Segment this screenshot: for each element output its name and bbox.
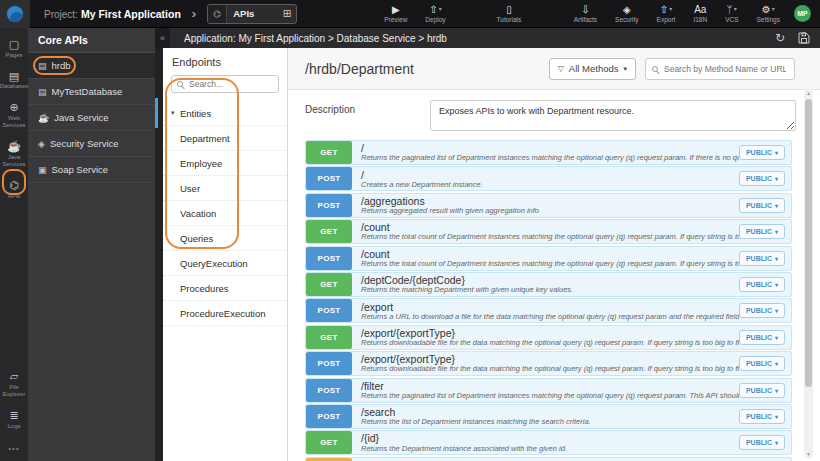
i18n-button[interactable]: Aa▾ I18N xyxy=(693,3,707,23)
api-row[interactable]: GET / Returns the paginated list of Depa… xyxy=(305,140,792,165)
public-access-dropdown[interactable]: PUBLIC ▾ xyxy=(739,277,785,292)
tab-apis[interactable]: ⌬ APIs ⊞ xyxy=(207,4,297,24)
service-icon: ▤ xyxy=(38,87,47,97)
search-icon xyxy=(177,81,183,87)
topbar-right-actions: ⇩▾ Artifacts ◈▾ Security ⇧▾ Export Aa▾ I… xyxy=(565,3,820,23)
api-row[interactable]: POST /aggregations Returns aggregated re… xyxy=(305,193,792,218)
artifacts-icon: ⇩ xyxy=(581,4,589,15)
public-access-dropdown[interactable]: PUBLIC ▾ xyxy=(739,224,785,239)
method-badge: GET xyxy=(306,326,352,349)
deploy-button[interactable]: ⇧▾ Deploy xyxy=(425,3,445,23)
scroll-up-arrow[interactable]: ▲ xyxy=(804,90,813,96)
sidebar-item-web-services[interactable]: ⊕ Web Services xyxy=(1,100,28,131)
core-api-item-label: MyTestDatabase xyxy=(52,86,123,97)
api-path: /count xyxy=(361,221,739,233)
api-row[interactable]: POST /export/{exportType} Returns downlo… xyxy=(305,351,792,376)
api-row[interactable]: POST /filter Returns the paginated list … xyxy=(305,378,792,403)
rail-top-group: ▢ Pages ▤ Databases ⊕ Web Services ☕ Jav… xyxy=(1,37,28,210)
core-api-item-java-service[interactable]: ☕ Java Service xyxy=(28,105,155,131)
tree-item-department[interactable]: Department xyxy=(163,126,287,151)
preview-button[interactable]: ▶▾ Preview xyxy=(384,3,407,23)
sidebar-item-java-services[interactable]: ☕ Java Services xyxy=(1,139,28,170)
chevron-down-icon: ▾ xyxy=(775,439,778,446)
grid-icon[interactable]: ⊞ xyxy=(283,8,296,19)
settings-button[interactable]: ⚙▾ Settings xyxy=(757,3,781,23)
public-access-dropdown[interactable]: PUBLIC ▾ xyxy=(739,198,785,213)
core-api-item-soap-service[interactable]: ▣ Soap Service xyxy=(28,157,155,183)
vcs-button[interactable]: ᛘ▾ VCS xyxy=(725,3,738,23)
api-row[interactable]: POST /search Returns the list of Departm… xyxy=(305,404,792,429)
chevron-down-icon: ▾ xyxy=(775,228,778,235)
security-button[interactable]: ◈▾ Security xyxy=(615,3,638,23)
api-description: Returns the matching Department with giv… xyxy=(361,286,739,295)
app-logo-box[interactable] xyxy=(0,0,30,28)
api-path: / xyxy=(361,142,739,154)
refresh-icon[interactable]: ↻ xyxy=(775,32,785,44)
api-detail-header: /hrdb/Department ▽ All Methods ▾ xyxy=(288,48,820,90)
vertical-scrollbar[interactable]: ▲ ▼ xyxy=(804,88,813,459)
public-access-dropdown[interactable]: PUBLIC ▾ xyxy=(739,303,785,318)
method-search-input[interactable] xyxy=(662,63,788,75)
core-api-item-security-service[interactable]: ◈ Security Service xyxy=(28,131,155,157)
collapse-panel-button[interactable]: « xyxy=(155,28,170,48)
tree-section-procedures[interactable]: Procedures xyxy=(163,276,287,301)
java-services-icon: ☕ xyxy=(7,141,21,153)
service-icon: ▤ xyxy=(38,61,47,71)
tree-item-user[interactable]: User xyxy=(163,176,287,201)
api-row[interactable]: GET /{id} Returns the Department instanc… xyxy=(305,430,792,455)
core-api-item-mytestdatabase[interactable]: ▤ MyTestDatabase xyxy=(28,79,155,105)
tree-item-queryexecution[interactable]: QueryExecution xyxy=(163,251,287,276)
public-access-dropdown[interactable]: PUBLIC ▾ xyxy=(739,383,785,398)
sidebar-item-databases[interactable]: ▤ Databases xyxy=(1,69,28,93)
api-row[interactable]: POST /export Returns a URL to download a… xyxy=(305,298,792,323)
chevron-down-icon: ▾ xyxy=(775,149,778,156)
methods-filter-dropdown[interactable]: ▽ All Methods ▾ xyxy=(549,58,636,80)
core-apis-panel: Core APIs ▤ hrdb ▤ MyTestDatabase ☕ Java… xyxy=(28,28,155,461)
api-path: /deptCode/{deptCode} xyxy=(361,274,739,286)
tree-item-employee[interactable]: Employee xyxy=(163,151,287,176)
endpoints-search-box[interactable] xyxy=(171,75,279,93)
core-api-item-hrdb[interactable]: ▤ hrdb xyxy=(28,53,155,79)
sidebar-item-pages[interactable]: ▢ Pages xyxy=(1,37,28,61)
api-row[interactable]: GET /deptCode/{deptCode} Returns the mat… xyxy=(305,272,792,297)
sidebar-item-logs[interactable]: ≣ Logs xyxy=(1,408,28,432)
public-access-dropdown[interactable]: PUBLIC ▾ xyxy=(739,145,785,160)
scroll-down-arrow[interactable]: ▼ xyxy=(804,451,813,457)
sidebar-item-file-explorer[interactable]: ▱ File Explorer xyxy=(1,369,28,400)
tree-section-entities[interactable]: ▾ Entities xyxy=(163,101,287,126)
endpoints-search-input[interactable] xyxy=(187,78,273,90)
public-access-dropdown[interactable]: PUBLIC ▾ xyxy=(739,330,785,345)
export-button[interactable]: ⇧▾ Export xyxy=(657,3,676,23)
rail-more-button[interactable]: ••• xyxy=(8,444,19,453)
api-row[interactable]: GET /count Returns the total count of De… xyxy=(305,219,792,244)
method-badge: POST xyxy=(306,299,352,322)
public-access-dropdown[interactable]: PUBLIC ▾ xyxy=(739,251,785,266)
description-textarea[interactable]: Exposes APIs to work with Department res… xyxy=(430,100,796,131)
tutorials-button[interactable]: ▯▾ Tutorials xyxy=(497,3,522,23)
api-row[interactable]: POST /count Returns the total count of D… xyxy=(305,246,792,271)
chevron-down-icon: ▾ xyxy=(775,255,778,262)
public-access-dropdown[interactable]: PUBLIC ▾ xyxy=(739,409,785,424)
method-search-box[interactable] xyxy=(645,58,795,80)
databases-icon: ▤ xyxy=(9,71,19,83)
public-access-dropdown[interactable]: PUBLIC ▾ xyxy=(739,356,785,371)
user-avatar[interactable]: MP xyxy=(794,5,811,22)
tree-item-procedureexecution[interactable]: ProcedureExecution xyxy=(163,301,287,326)
api-path: / xyxy=(361,169,739,181)
api-description: Returns a URL to download a file for the… xyxy=(361,313,739,322)
api-row[interactable]: POST / Creates a new Department instance… xyxy=(305,166,792,191)
api-row[interactable]: PUT PUBLIC ▾ xyxy=(305,457,792,461)
artifacts-button[interactable]: ⇩▾ Artifacts xyxy=(574,3,597,23)
tree-item-vacation[interactable]: Vacation xyxy=(163,201,287,226)
methods-filter-value: All Methods xyxy=(569,63,619,74)
save-icon[interactable] xyxy=(798,32,810,44)
security-icon: ◈ xyxy=(623,4,631,15)
chevron-down-icon: ▾ xyxy=(775,281,778,288)
public-access-dropdown[interactable]: PUBLIC ▾ xyxy=(739,171,785,186)
api-row[interactable]: GET /export/{exportType} Returns downloa… xyxy=(305,325,792,350)
tree-section-queries[interactable]: Queries xyxy=(163,226,287,251)
public-access-dropdown[interactable]: PUBLIC ▾ xyxy=(739,435,785,450)
panel-divider-strip[interactable] xyxy=(155,48,163,461)
sidebar-item-apis[interactable]: ⌬ APIs xyxy=(1,178,28,202)
scrollbar-thumb[interactable] xyxy=(805,99,812,387)
